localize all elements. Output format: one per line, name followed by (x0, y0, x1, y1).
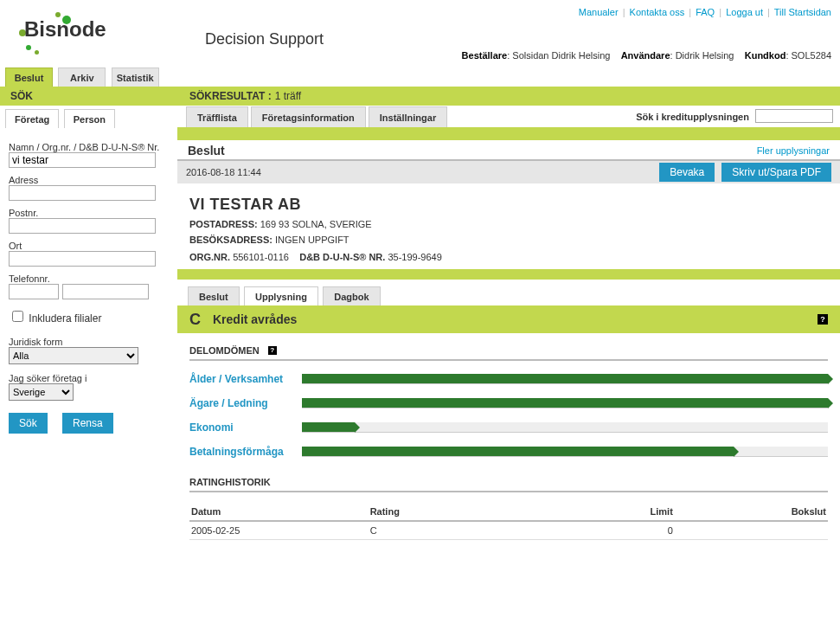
rating-bar-row: Ekonomi (189, 421, 828, 434)
orgnr-label: ORG.NR. (189, 252, 230, 262)
ksearch-label: Sök i kreditupplysningen (636, 112, 749, 122)
result-tabs: Träfflista Företagsinformation Inställni… (177, 106, 840, 128)
label-ort: Ort (9, 241, 169, 251)
top-links: Manualer | Kontakta oss | FAQ | Logga ut… (579, 7, 831, 17)
rating-bar-row: Betalningsförmåga (189, 446, 828, 458)
link-logga-ut[interactable]: Logga ut (726, 7, 763, 17)
main-tabs: Beslut Arkiv Statistik (0, 68, 840, 87)
link-kontakta[interactable]: Kontakta oss (630, 7, 685, 17)
bar-label: Ålder / Verksamhet (189, 373, 302, 385)
section-title: Beslut (188, 144, 225, 158)
label-postnr: Postnr. (9, 208, 169, 218)
bar-label: Ekonomi (189, 421, 302, 434)
help-icon[interactable]: ? (268, 346, 277, 355)
bar-track (302, 398, 828, 408)
tab-arkiv[interactable]: Arkiv (58, 68, 106, 87)
tab-statistik[interactable]: Statistik (112, 68, 159, 87)
bar-fill (302, 422, 355, 432)
credit-status-band: C Kredit avrådes ? (177, 305, 840, 333)
postadress-label: POSTADRESS: (189, 219, 258, 229)
input-tel-prefix[interactable] (9, 284, 59, 299)
label-soker: Jag söker företag i (9, 373, 169, 383)
company-sub-tabs: Beslut Upplysning Dagbok (177, 280, 840, 305)
bar-fill (302, 398, 828, 408)
bevaka-button[interactable]: Bevaka (659, 163, 715, 182)
select-juridisk-form[interactable]: Alla (9, 347, 138, 364)
table-row: 2005-02-25C0 (189, 521, 828, 540)
label-juridisk: Juridisk form (9, 337, 169, 347)
duns-value: 35-199-9649 (388, 252, 441, 262)
rtab-foretagsinfo[interactable]: Företagsinformation (251, 106, 366, 127)
col-rating: Rating (369, 503, 522, 521)
orgnr-value: 556101-0116 (233, 252, 289, 262)
app-header: Bisnode Decision Support Manualer | Kont… (0, 0, 840, 68)
col-limit: Limit (522, 503, 675, 521)
search-sidebar: SÖK Företag Person Namn / Org.nr. / D&B … (0, 87, 177, 549)
company-block: VI TESTAR AB POSTADRESS: 169 93 SOLNA, S… (177, 183, 840, 269)
postadress-value: 169 93 SOLNA, SVERIGE (260, 219, 372, 229)
delomdomen-heading: DELOMDÖMEN ? (189, 342, 828, 361)
bar-fill (302, 447, 734, 456)
ksearch-input[interactable] (755, 109, 833, 123)
tab-beslut[interactable]: Beslut (5, 68, 53, 87)
skriv-pdf-button[interactable]: Skriv ut/Spara PDF (721, 163, 831, 182)
rating-table: Datum Rating Limit Bokslut 2005-02-25C0 (189, 503, 828, 540)
sokresultat-band: SÖKRESULTAT : 1 träff (177, 87, 840, 106)
duns-label: D&B D-U-N-S® NR. (299, 252, 385, 262)
label-namn: Namn / Org.nr. / D&B D-U-N-S® Nr. (9, 142, 169, 152)
input-tel-number[interactable] (62, 284, 149, 299)
search-tab-foretag[interactable]: Företag (5, 109, 59, 128)
rtab-trafflista[interactable]: Träfflista (186, 106, 248, 127)
link-manualer[interactable]: Manualer (579, 7, 619, 17)
col-bokslut: Bokslut (675, 503, 828, 521)
company-name: VI TESTAR AB (189, 196, 828, 214)
label-inkludera: Inkludera filialer (29, 312, 101, 325)
user-info: Beställare: Solsidan Didrik Helsing Anvä… (462, 50, 831, 61)
status-text: Kredit avrådes (213, 312, 297, 326)
link-startsidan[interactable]: Till Startsidan (774, 7, 831, 17)
input-adress[interactable] (9, 185, 156, 201)
col-datum: Datum (189, 503, 369, 521)
search-tab-person[interactable]: Person (64, 109, 115, 128)
more-upplysningar-link[interactable]: Fler upplysningar (757, 145, 830, 156)
bar-track (302, 374, 828, 384)
input-ort[interactable] (9, 251, 156, 267)
subtab-dagbok[interactable]: Dagbok (323, 286, 380, 305)
status-code: C (189, 311, 201, 329)
besoksadress-label: BESÖKSADRESS: (189, 235, 273, 245)
help-icon[interactable]: ? (818, 314, 828, 325)
bar-track (302, 447, 828, 457)
sok-button[interactable]: Sök (9, 413, 48, 434)
timestamp: 2016-08-18 11:44 (186, 167, 261, 177)
besoksadress-value: INGEN UPPGIFT (275, 235, 349, 245)
rensa-button[interactable]: Rensa (62, 413, 113, 434)
rating-bar-row: Ägare / Ledning (189, 397, 828, 409)
select-land[interactable]: Sverige (9, 383, 74, 401)
rtab-installningar[interactable]: Inställningar (369, 106, 447, 127)
input-postnr[interactable] (9, 218, 156, 234)
subtab-upplysning[interactable]: Upplysning (244, 286, 318, 305)
bar-fill (302, 374, 828, 383)
input-namn[interactable] (9, 152, 156, 168)
subtab-beslut[interactable]: Beslut (188, 286, 240, 305)
brand-text: Bisnode (24, 17, 106, 42)
app-title: Decision Support (205, 30, 324, 48)
bar-label: Ägare / Ledning (189, 397, 302, 409)
link-faq[interactable]: FAQ (696, 7, 715, 17)
label-adress: Adress (9, 175, 169, 185)
bar-label: Betalningsförmåga (189, 446, 302, 458)
checkbox-inkludera-filialer[interactable] (12, 311, 23, 322)
bar-track (302, 422, 828, 433)
main-panel: SÖKRESULTAT : 1 träff Träfflista Företag… (177, 87, 840, 549)
label-telefon: Telefonnr. (9, 273, 169, 284)
sok-heading: SÖK (0, 87, 177, 106)
rating-bar-row: Ålder / Verksamhet (189, 373, 828, 385)
ratinghistorik-heading: RATINGHISTORIK (189, 473, 828, 492)
